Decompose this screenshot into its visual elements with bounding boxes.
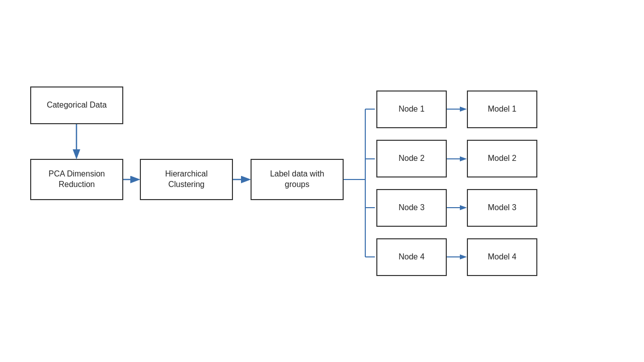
node2-box: Node 2 xyxy=(376,140,447,177)
diagram: Categorical Data PCA DimensionReduction … xyxy=(0,0,644,362)
node1-box: Node 1 xyxy=(376,90,447,128)
model3-box: Model 3 xyxy=(467,189,537,227)
pca-label: PCA DimensionReduction xyxy=(48,169,105,190)
model1-label: Model 1 xyxy=(488,104,517,115)
model2-label: Model 2 xyxy=(488,153,517,164)
model2-box: Model 2 xyxy=(467,140,537,177)
label-data-label: Label data withgroups xyxy=(270,169,325,190)
pca-box: PCA DimensionReduction xyxy=(30,159,123,200)
node4-box: Node 4 xyxy=(376,238,447,276)
label-data-box: Label data withgroups xyxy=(251,159,344,200)
categorical-data-box: Categorical Data xyxy=(30,86,123,124)
model4-label: Model 4 xyxy=(488,252,517,262)
node2-label: Node 2 xyxy=(398,153,425,164)
node3-box: Node 3 xyxy=(376,189,447,227)
model1-box: Model 1 xyxy=(467,90,537,128)
categorical-data-label: Categorical Data xyxy=(47,100,107,111)
node1-label: Node 1 xyxy=(398,104,425,115)
node3-label: Node 3 xyxy=(398,203,425,213)
hierarchical-box: HierarchicalClustering xyxy=(140,159,233,200)
model4-box: Model 4 xyxy=(467,238,537,276)
model3-label: Model 3 xyxy=(488,203,517,213)
hierarchical-label: HierarchicalClustering xyxy=(165,169,207,190)
node4-label: Node 4 xyxy=(398,252,425,262)
